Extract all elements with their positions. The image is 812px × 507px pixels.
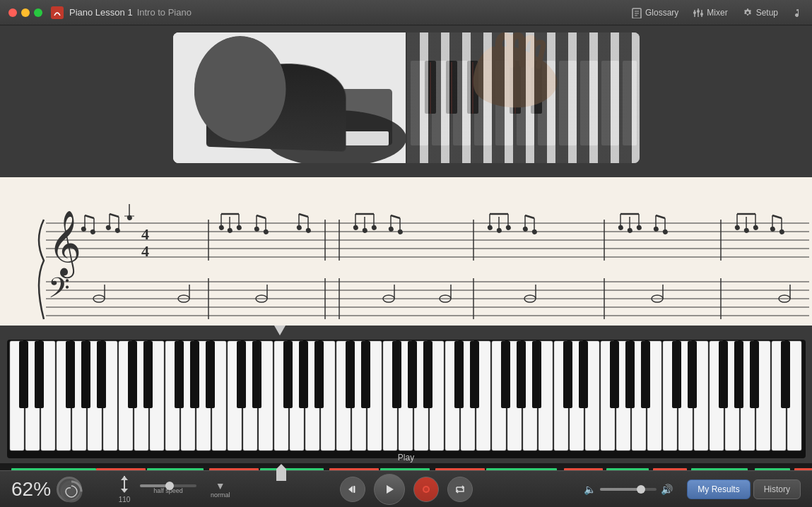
svg-rect-20 [411,61,428,145]
volume-low-icon: 🔈 [584,484,596,495]
volume-high-icon: 🔊 [661,484,673,495]
volume-control: 🔈 🔊 [584,484,673,495]
svg-rect-23 [474,61,492,145]
titlebar: Piano Lesson 1 Intro to Piano Glossary M… [0,0,812,25]
controls-bar: 62% 110 [0,470,812,507]
volume-slider[interactable] [600,488,657,491]
svg-rect-215 [66,341,75,408]
music-icon[interactable] [792,7,804,18]
svg-rect-243 [672,341,681,408]
record-button[interactable] [413,477,439,502]
history-button[interactable]: History [753,479,801,499]
svg-rect-28 [580,61,598,145]
score-circle [57,477,82,502]
close-button[interactable] [8,8,17,17]
svg-rect-226 [299,341,308,408]
svg-text:𝄞: 𝄞 [48,211,81,279]
my-results-button[interactable]: My Results [687,479,750,499]
video-thumbnail-left[interactable] [173,32,406,163]
speed-slider-area: half speed [136,484,201,494]
normal-indicator: ▼ normal [211,480,230,499]
score-percent: 62% [11,478,51,501]
svg-rect-16 [216,93,272,142]
svg-marker-256 [387,485,394,494]
svg-rect-233 [454,341,464,408]
timeline-marker[interactable] [276,464,286,481]
svg-marker-252 [121,476,128,480]
normal-text: normal [211,491,230,499]
svg-rect-214 [35,341,44,408]
svg-point-258 [424,487,428,491]
loop-button[interactable] [447,477,473,502]
svg-rect-225 [283,341,293,408]
normal-arrow: ▼ [216,480,225,491]
svg-rect-221 [190,341,199,408]
svg-rect-217 [97,341,106,408]
fullscreen-button[interactable] [34,8,42,17]
svg-rect-27 [559,61,577,145]
svg-rect-223 [237,341,246,408]
svg-rect-34 [510,61,521,114]
svg-rect-248 [781,341,790,408]
minimize-button[interactable] [21,8,30,17]
svg-rect-239 [579,341,588,408]
speed-slider[interactable] [140,484,196,487]
svg-rect-25 [517,61,534,145]
speed-control[interactable]: 110 [117,475,131,503]
setup-button[interactable]: Setup [742,7,778,18]
svg-rect-31 [425,61,436,114]
volume-thumb[interactable] [637,485,645,494]
svg-rect-242 [641,341,650,408]
traffic-lights [8,8,42,17]
svg-rect-237 [532,341,541,408]
play-label: Play [398,453,414,463]
svg-rect-240 [610,341,619,408]
svg-rect-227 [314,341,324,408]
svg-point-5 [693,11,696,14]
svg-marker-253 [121,489,128,493]
svg-rect-33 [467,61,478,114]
svg-marker-254 [348,486,353,493]
svg-rect-24 [495,61,513,145]
app-title: Piano Lesson 1 [69,7,133,18]
rewind-button[interactable] [340,477,365,502]
video-thumbnail-right[interactable] [407,32,640,163]
svg-rect-22 [453,61,471,145]
svg-point-7 [697,10,700,13]
video-area [173,32,640,163]
glossary-button[interactable]: Glossary [631,7,678,18]
speed-thumb[interactable] [165,482,174,490]
svg-rect-229 [361,341,370,408]
mixer-button[interactable]: Mixer [693,7,727,18]
piano-keyboard[interactable] [7,340,806,458]
svg-text:𝄢: 𝄢 [48,273,70,310]
svg-rect-235 [501,341,510,408]
svg-rect-230 [392,341,401,408]
toolbar-right: Glossary Mixer Setup [631,7,804,18]
glossary-label: Glossary [645,8,678,18]
svg-rect-35 [531,61,542,114]
svg-rect-238 [563,341,572,408]
svg-rect-228 [346,341,355,408]
speed-value: 110 [119,496,131,503]
svg-rect-234 [470,341,479,408]
svg-rect-241 [625,341,635,408]
svg-rect-26 [538,61,555,145]
app-subtitle: Intro to Piano [137,7,192,18]
sheet-music-area[interactable]: 𝄞 𝄢 [0,177,812,326]
app-icon [51,6,64,19]
svg-rect-213 [19,341,28,408]
svg-rect-19 [407,32,640,163]
svg-rect-14 [283,131,389,145]
svg-text:4: 4 [141,242,149,260]
svg-point-15 [226,55,261,95]
setup-label: Setup [756,8,778,18]
svg-rect-220 [175,341,184,408]
play-button[interactable] [374,474,405,505]
playback-controls [340,474,473,505]
playhead-marker [274,326,286,335]
result-buttons: My Results History [687,479,801,499]
svg-rect-224 [252,341,261,408]
score-display: 62% [11,477,96,502]
svg-rect-40 [0,177,812,326]
